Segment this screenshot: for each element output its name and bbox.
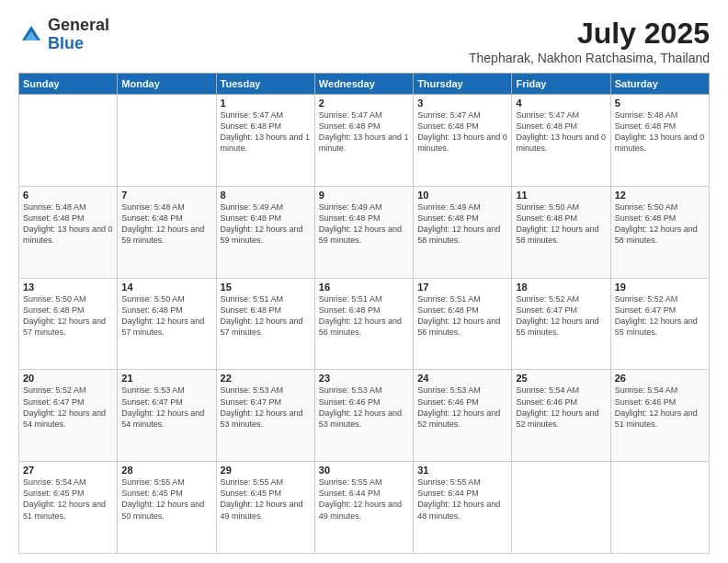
calendar-cell: 20Sunrise: 5:52 AM Sunset: 6:47 PM Dayli… bbox=[19, 370, 118, 462]
day-number: 1 bbox=[221, 98, 311, 109]
day-info: Sunrise: 5:55 AM Sunset: 6:44 PM Dayligh… bbox=[319, 477, 409, 522]
calendar-cell: 18Sunrise: 5:52 AM Sunset: 6:47 PM Dayli… bbox=[512, 278, 610, 370]
day-info: Sunrise: 5:51 AM Sunset: 6:48 PM Dayligh… bbox=[319, 293, 409, 339]
day-number: 6 bbox=[23, 190, 113, 201]
day-number: 14 bbox=[121, 282, 211, 293]
calendar-cell: 24Sunrise: 5:53 AM Sunset: 6:46 PM Dayli… bbox=[414, 370, 512, 462]
calendar-cell: 31Sunrise: 5:55 AM Sunset: 6:44 PM Dayli… bbox=[414, 462, 512, 554]
logo-icon bbox=[18, 22, 44, 48]
day-info: Sunrise: 5:53 AM Sunset: 6:47 PM Dayligh… bbox=[121, 385, 211, 430]
day-number: 9 bbox=[319, 190, 409, 201]
day-info: Sunrise: 5:55 AM Sunset: 6:45 PM Dayligh… bbox=[221, 477, 311, 522]
day-info: Sunrise: 5:55 AM Sunset: 6:44 PM Dayligh… bbox=[417, 477, 507, 522]
day-info: Sunrise: 5:54 AM Sunset: 6:45 PM Dayligh… bbox=[23, 477, 113, 522]
calendar-header-friday: Friday bbox=[512, 74, 610, 95]
calendar-cell: 4Sunrise: 5:47 AM Sunset: 6:48 PM Daylig… bbox=[512, 95, 610, 187]
day-number: 19 bbox=[615, 282, 705, 293]
calendar-header-row: SundayMondayTuesdayWednesdayThursdayFrid… bbox=[19, 74, 710, 95]
day-number: 5 bbox=[615, 98, 705, 109]
day-info: Sunrise: 5:50 AM Sunset: 6:48 PM Dayligh… bbox=[615, 201, 705, 247]
calendar-cell: 9Sunrise: 5:49 AM Sunset: 6:48 PM Daylig… bbox=[314, 186, 413, 278]
day-number: 15 bbox=[221, 282, 311, 293]
day-info: Sunrise: 5:49 AM Sunset: 6:48 PM Dayligh… bbox=[319, 201, 409, 247]
calendar-cell: 23Sunrise: 5:53 AM Sunset: 6:46 PM Dayli… bbox=[314, 370, 413, 462]
day-number: 26 bbox=[615, 373, 705, 384]
logo: General Blue bbox=[18, 17, 109, 53]
day-info: Sunrise: 5:50 AM Sunset: 6:48 PM Dayligh… bbox=[121, 293, 211, 339]
day-info: Sunrise: 5:54 AM Sunset: 6:46 PM Dayligh… bbox=[516, 385, 606, 430]
subtitle: Thepharak, Nakhon Ratchasima, Thailand bbox=[469, 51, 710, 65]
day-number: 11 bbox=[516, 190, 606, 201]
day-info: Sunrise: 5:53 AM Sunset: 6:47 PM Dayligh… bbox=[221, 385, 311, 430]
calendar-cell: 12Sunrise: 5:50 AM Sunset: 6:48 PM Dayli… bbox=[610, 186, 709, 278]
day-info: Sunrise: 5:50 AM Sunset: 6:48 PM Dayligh… bbox=[516, 201, 606, 247]
calendar-cell: 14Sunrise: 5:50 AM Sunset: 6:48 PM Dayli… bbox=[118, 278, 216, 370]
calendar-cell: 21Sunrise: 5:53 AM Sunset: 6:47 PM Dayli… bbox=[118, 370, 216, 462]
calendar-cell: 3Sunrise: 5:47 AM Sunset: 6:48 PM Daylig… bbox=[414, 95, 512, 187]
day-info: Sunrise: 5:53 AM Sunset: 6:46 PM Dayligh… bbox=[319, 385, 409, 430]
calendar-cell: 27Sunrise: 5:54 AM Sunset: 6:45 PM Dayli… bbox=[19, 462, 118, 554]
calendar-header-saturday: Saturday bbox=[610, 74, 709, 95]
day-number: 24 bbox=[417, 373, 507, 384]
calendar-week-5: 27Sunrise: 5:54 AM Sunset: 6:45 PM Dayli… bbox=[19, 462, 710, 554]
day-number: 12 bbox=[615, 190, 705, 201]
day-info: Sunrise: 5:51 AM Sunset: 6:48 PM Dayligh… bbox=[417, 293, 507, 339]
day-info: Sunrise: 5:47 AM Sunset: 6:48 PM Dayligh… bbox=[221, 109, 311, 155]
logo-text: General Blue bbox=[48, 17, 109, 53]
day-number: 3 bbox=[417, 98, 507, 109]
calendar-cell: 16Sunrise: 5:51 AM Sunset: 6:48 PM Dayli… bbox=[314, 278, 413, 370]
day-number: 25 bbox=[516, 373, 606, 384]
title-block: July 2025 Thepharak, Nakhon Ratchasima, … bbox=[469, 17, 710, 65]
calendar-cell: 25Sunrise: 5:54 AM Sunset: 6:46 PM Dayli… bbox=[512, 370, 610, 462]
calendar-header-thursday: Thursday bbox=[414, 74, 512, 95]
calendar-cell: 7Sunrise: 5:48 AM Sunset: 6:48 PM Daylig… bbox=[118, 186, 216, 278]
day-info: Sunrise: 5:48 AM Sunset: 6:48 PM Dayligh… bbox=[615, 109, 705, 155]
day-number: 23 bbox=[319, 373, 409, 384]
calendar-header-tuesday: Tuesday bbox=[216, 74, 314, 95]
calendar-cell bbox=[512, 462, 610, 554]
day-info: Sunrise: 5:55 AM Sunset: 6:45 PM Dayligh… bbox=[121, 477, 211, 522]
logo-general: General bbox=[48, 16, 109, 34]
calendar-cell: 6Sunrise: 5:48 AM Sunset: 6:48 PM Daylig… bbox=[19, 186, 118, 278]
calendar-week-3: 13Sunrise: 5:50 AM Sunset: 6:48 PM Dayli… bbox=[19, 278, 710, 370]
day-number: 27 bbox=[23, 465, 113, 476]
calendar-header-monday: Monday bbox=[118, 74, 216, 95]
calendar-week-1: 1Sunrise: 5:47 AM Sunset: 6:48 PM Daylig… bbox=[19, 95, 710, 187]
day-info: Sunrise: 5:50 AM Sunset: 6:48 PM Dayligh… bbox=[23, 293, 113, 339]
day-info: Sunrise: 5:48 AM Sunset: 6:48 PM Dayligh… bbox=[121, 201, 211, 247]
day-number: 20 bbox=[23, 373, 113, 384]
calendar-cell: 15Sunrise: 5:51 AM Sunset: 6:48 PM Dayli… bbox=[216, 278, 314, 370]
calendar-cell: 26Sunrise: 5:54 AM Sunset: 6:46 PM Dayli… bbox=[610, 370, 709, 462]
day-number: 8 bbox=[221, 190, 311, 201]
day-number: 29 bbox=[221, 465, 311, 476]
day-number: 22 bbox=[221, 373, 311, 384]
day-number: 7 bbox=[121, 190, 211, 201]
calendar-cell: 28Sunrise: 5:55 AM Sunset: 6:45 PM Dayli… bbox=[118, 462, 216, 554]
day-info: Sunrise: 5:49 AM Sunset: 6:48 PM Dayligh… bbox=[221, 201, 311, 247]
day-info: Sunrise: 5:51 AM Sunset: 6:48 PM Dayligh… bbox=[221, 293, 311, 339]
calendar-cell: 10Sunrise: 5:49 AM Sunset: 6:48 PM Dayli… bbox=[414, 186, 512, 278]
calendar-cell bbox=[19, 95, 118, 187]
day-info: Sunrise: 5:54 AM Sunset: 6:46 PM Dayligh… bbox=[615, 385, 705, 430]
day-info: Sunrise: 5:53 AM Sunset: 6:46 PM Dayligh… bbox=[417, 385, 507, 430]
day-info: Sunrise: 5:49 AM Sunset: 6:48 PM Dayligh… bbox=[417, 201, 507, 247]
calendar-cell: 30Sunrise: 5:55 AM Sunset: 6:44 PM Dayli… bbox=[314, 462, 413, 554]
day-number: 2 bbox=[319, 98, 409, 109]
day-number: 28 bbox=[121, 465, 211, 476]
day-number: 18 bbox=[516, 282, 606, 293]
calendar-header-wednesday: Wednesday bbox=[314, 74, 413, 95]
day-number: 10 bbox=[417, 190, 507, 201]
day-number: 31 bbox=[417, 465, 507, 476]
day-info: Sunrise: 5:52 AM Sunset: 6:47 PM Dayligh… bbox=[615, 293, 705, 339]
day-info: Sunrise: 5:47 AM Sunset: 6:48 PM Dayligh… bbox=[417, 109, 507, 155]
day-info: Sunrise: 5:47 AM Sunset: 6:48 PM Dayligh… bbox=[319, 109, 409, 155]
page: General Blue July 2025 Thepharak, Nakhon… bbox=[0, 0, 728, 563]
day-number: 4 bbox=[516, 98, 606, 109]
calendar-header-sunday: Sunday bbox=[19, 74, 118, 95]
header: General Blue July 2025 Thepharak, Nakhon… bbox=[18, 17, 710, 65]
calendar-cell: 8Sunrise: 5:49 AM Sunset: 6:48 PM Daylig… bbox=[216, 186, 314, 278]
day-number: 30 bbox=[319, 465, 409, 476]
day-info: Sunrise: 5:48 AM Sunset: 6:48 PM Dayligh… bbox=[23, 201, 113, 247]
calendar-cell: 29Sunrise: 5:55 AM Sunset: 6:45 PM Dayli… bbox=[216, 462, 314, 554]
calendar-week-4: 20Sunrise: 5:52 AM Sunset: 6:47 PM Dayli… bbox=[19, 370, 710, 462]
